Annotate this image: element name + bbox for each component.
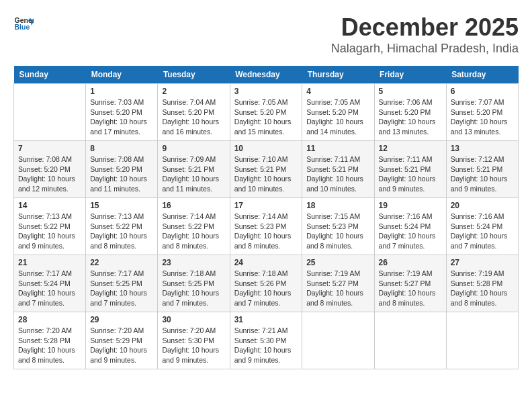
- day-info: Sunrise: 7:08 AM Sunset: 5:20 PM Dayligh…: [18, 154, 81, 194]
- calendar-cell: 22Sunrise: 7:17 AM Sunset: 5:25 PM Dayli…: [86, 255, 158, 312]
- day-number: 19: [379, 201, 442, 210]
- day-number: 4: [306, 87, 369, 96]
- day-number: 21: [18, 258, 81, 267]
- calendar-cell: [374, 312, 446, 369]
- day-number: 22: [90, 258, 153, 267]
- day-number: 20: [451, 201, 514, 210]
- day-number: 6: [451, 87, 514, 96]
- calendar-cell: 11Sunrise: 7:11 AM Sunset: 5:21 PM Dayli…: [302, 141, 374, 198]
- weekday-header-friday: Friday: [374, 66, 446, 84]
- day-info: Sunrise: 7:16 AM Sunset: 5:24 PM Dayligh…: [451, 212, 514, 251]
- week-row-5: 28Sunrise: 7:20 AM Sunset: 5:28 PM Dayli…: [14, 312, 519, 369]
- day-number: 8: [90, 144, 153, 153]
- day-info: Sunrise: 7:21 AM Sunset: 5:30 PM Dayligh…: [234, 326, 298, 365]
- day-info: Sunrise: 7:05 AM Sunset: 5:20 PM Dayligh…: [234, 97, 298, 137]
- calendar-cell: 6Sunrise: 7:07 AM Sunset: 5:20 PM Daylig…: [446, 84, 518, 141]
- weekday-header-tuesday: Tuesday: [158, 66, 230, 84]
- calendar-cell: [446, 312, 518, 369]
- week-row-1: 1Sunrise: 7:03 AM Sunset: 5:20 PM Daylig…: [14, 84, 519, 141]
- day-info: Sunrise: 7:12 AM Sunset: 5:21 PM Dayligh…: [451, 154, 514, 194]
- day-info: Sunrise: 7:04 AM Sunset: 5:20 PM Dayligh…: [162, 97, 225, 137]
- calendar-cell: [14, 84, 86, 141]
- day-info: Sunrise: 7:20 AM Sunset: 5:29 PM Dayligh…: [90, 326, 153, 365]
- day-number: 15: [90, 201, 153, 210]
- day-info: Sunrise: 7:19 AM Sunset: 5:27 PM Dayligh…: [306, 269, 369, 308]
- calendar-cell: 25Sunrise: 7:19 AM Sunset: 5:27 PM Dayli…: [302, 255, 374, 312]
- calendar-table: SundayMondayTuesdayWednesdayThursdayFrid…: [13, 66, 519, 369]
- day-info: Sunrise: 7:03 AM Sunset: 5:20 PM Dayligh…: [90, 97, 153, 137]
- calendar-cell: 21Sunrise: 7:17 AM Sunset: 5:24 PM Dayli…: [14, 255, 86, 312]
- calendar-cell: 1Sunrise: 7:03 AM Sunset: 5:20 PM Daylig…: [86, 84, 158, 141]
- day-number: 25: [306, 258, 369, 267]
- calendar-cell: 24Sunrise: 7:18 AM Sunset: 5:26 PM Dayli…: [230, 255, 302, 312]
- day-number: 7: [18, 144, 81, 153]
- calendar-cell: 28Sunrise: 7:20 AM Sunset: 5:28 PM Dayli…: [14, 312, 86, 369]
- calendar-cell: 23Sunrise: 7:18 AM Sunset: 5:25 PM Dayli…: [158, 255, 230, 312]
- day-info: Sunrise: 7:11 AM Sunset: 5:21 PM Dayligh…: [379, 154, 442, 194]
- calendar-cell: 13Sunrise: 7:12 AM Sunset: 5:21 PM Dayli…: [446, 141, 518, 198]
- calendar-cell: 19Sunrise: 7:16 AM Sunset: 5:24 PM Dayli…: [374, 198, 446, 255]
- logo: General Blue: [13, 13, 37, 34]
- page-header: General Blue December 2025 Nalagarh, Him…: [13, 13, 519, 59]
- calendar-cell: 14Sunrise: 7:13 AM Sunset: 5:22 PM Dayli…: [14, 198, 86, 255]
- calendar-cell: 27Sunrise: 7:19 AM Sunset: 5:28 PM Dayli…: [446, 255, 518, 312]
- calendar-cell: 29Sunrise: 7:20 AM Sunset: 5:29 PM Dayli…: [86, 312, 158, 369]
- day-info: Sunrise: 7:19 AM Sunset: 5:28 PM Dayligh…: [451, 269, 514, 308]
- day-info: Sunrise: 7:14 AM Sunset: 5:22 PM Dayligh…: [162, 212, 225, 251]
- day-number: 16: [162, 201, 225, 210]
- calendar-cell: 20Sunrise: 7:16 AM Sunset: 5:24 PM Dayli…: [446, 198, 518, 255]
- day-info: Sunrise: 7:18 AM Sunset: 5:25 PM Dayligh…: [162, 269, 225, 308]
- calendar-cell: 18Sunrise: 7:15 AM Sunset: 5:23 PM Dayli…: [302, 198, 374, 255]
- day-number: 14: [18, 201, 81, 210]
- calendar-cell: 16Sunrise: 7:14 AM Sunset: 5:22 PM Dayli…: [158, 198, 230, 255]
- day-number: 17: [234, 201, 298, 210]
- calendar-cell: [302, 312, 374, 369]
- week-row-3: 14Sunrise: 7:13 AM Sunset: 5:22 PM Dayli…: [14, 198, 519, 255]
- calendar-cell: 2Sunrise: 7:04 AM Sunset: 5:20 PM Daylig…: [158, 84, 230, 141]
- day-number: 5: [379, 87, 442, 96]
- calendar-cell: 9Sunrise: 7:09 AM Sunset: 5:21 PM Daylig…: [158, 141, 230, 198]
- week-row-2: 7Sunrise: 7:08 AM Sunset: 5:20 PM Daylig…: [14, 141, 519, 198]
- month-title: December 2025: [331, 13, 519, 42]
- weekday-header-saturday: Saturday: [446, 66, 518, 84]
- location-title: Nalagarh, Himachal Pradesh, India: [331, 42, 519, 56]
- calendar-cell: 31Sunrise: 7:21 AM Sunset: 5:30 PM Dayli…: [230, 312, 302, 369]
- day-number: 31: [234, 315, 298, 324]
- day-number: 10: [234, 144, 298, 153]
- day-info: Sunrise: 7:13 AM Sunset: 5:22 PM Dayligh…: [18, 212, 81, 251]
- day-number: 3: [234, 87, 298, 96]
- calendar-cell: 12Sunrise: 7:11 AM Sunset: 5:21 PM Dayli…: [374, 141, 446, 198]
- calendar-cell: 3Sunrise: 7:05 AM Sunset: 5:20 PM Daylig…: [230, 84, 302, 141]
- day-number: 29: [90, 315, 153, 324]
- day-number: 30: [162, 315, 225, 324]
- svg-text:Blue: Blue: [15, 23, 30, 31]
- week-row-4: 21Sunrise: 7:17 AM Sunset: 5:24 PM Dayli…: [14, 255, 519, 312]
- day-info: Sunrise: 7:13 AM Sunset: 5:22 PM Dayligh…: [90, 212, 153, 251]
- day-info: Sunrise: 7:15 AM Sunset: 5:23 PM Dayligh…: [306, 212, 369, 251]
- day-number: 23: [162, 258, 225, 267]
- day-number: 1: [90, 87, 153, 96]
- day-info: Sunrise: 7:20 AM Sunset: 5:30 PM Dayligh…: [162, 326, 225, 365]
- day-number: 24: [234, 258, 298, 267]
- day-info: Sunrise: 7:18 AM Sunset: 5:26 PM Dayligh…: [234, 269, 298, 308]
- day-info: Sunrise: 7:10 AM Sunset: 5:21 PM Dayligh…: [234, 154, 298, 194]
- day-info: Sunrise: 7:19 AM Sunset: 5:27 PM Dayligh…: [379, 269, 442, 308]
- day-number: 27: [451, 258, 514, 267]
- weekday-header-row: SundayMondayTuesdayWednesdayThursdayFrid…: [14, 66, 519, 84]
- day-number: 2: [162, 87, 225, 96]
- day-info: Sunrise: 7:16 AM Sunset: 5:24 PM Dayligh…: [379, 212, 442, 251]
- weekday-header-thursday: Thursday: [302, 66, 374, 84]
- day-info: Sunrise: 7:11 AM Sunset: 5:21 PM Dayligh…: [306, 154, 369, 194]
- day-info: Sunrise: 7:08 AM Sunset: 5:20 PM Dayligh…: [90, 154, 153, 194]
- day-info: Sunrise: 7:20 AM Sunset: 5:28 PM Dayligh…: [18, 326, 81, 365]
- calendar-cell: 26Sunrise: 7:19 AM Sunset: 5:27 PM Dayli…: [374, 255, 446, 312]
- calendar-cell: 10Sunrise: 7:10 AM Sunset: 5:21 PM Dayli…: [230, 141, 302, 198]
- weekday-header-monday: Monday: [86, 66, 158, 84]
- calendar-cell: 4Sunrise: 7:05 AM Sunset: 5:20 PM Daylig…: [302, 84, 374, 141]
- day-info: Sunrise: 7:07 AM Sunset: 5:20 PM Dayligh…: [451, 97, 514, 137]
- calendar-cell: 17Sunrise: 7:14 AM Sunset: 5:23 PM Dayli…: [230, 198, 302, 255]
- day-info: Sunrise: 7:14 AM Sunset: 5:23 PM Dayligh…: [234, 212, 298, 251]
- calendar-cell: 5Sunrise: 7:06 AM Sunset: 5:20 PM Daylig…: [374, 84, 446, 141]
- title-section: December 2025 Nalagarh, Himachal Pradesh…: [331, 13, 519, 56]
- weekday-header-wednesday: Wednesday: [230, 66, 302, 84]
